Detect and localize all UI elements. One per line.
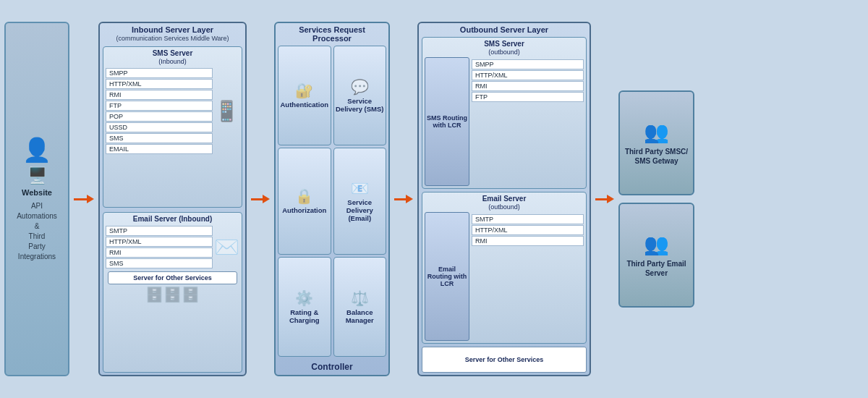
client-website-label: Website (22, 188, 52, 197)
out-httpxml2: HTTP/XML (472, 225, 584, 235)
protocol-smpp: SMPP (106, 68, 213, 78)
service-rating: ⚙️ Rating & Charging (278, 257, 331, 357)
protocol-httpxml: HTTP/XML (106, 79, 213, 89)
outbound-other-services: Server for Other Services (422, 347, 587, 373)
email-server-label: Third Party Email Server (624, 259, 689, 278)
arrow-line3 (394, 198, 406, 200)
outbound-layer: Outbound Server Layer SMS Server(outboun… (417, 22, 591, 376)
auth-icon: 🔐 (295, 82, 313, 99)
sms-routing-cell: SMS Routing with LCR (425, 57, 469, 186)
email-delivery-icon: 📧 (351, 179, 369, 197)
arrow-head4 (607, 195, 614, 203)
protocol-httpxml2: HTTP/XML (106, 237, 213, 247)
arrow-services-to-outbound (394, 195, 413, 203)
out-httpxml: HTTP/XML (472, 70, 584, 80)
sms-outbound-title: SMS Server(outbound) (425, 40, 584, 56)
rating-label: Rating & Charging (280, 308, 329, 324)
protocol-rmi2: RMI (106, 247, 213, 258)
out-rmi: RMI (472, 81, 584, 91)
client-sub-labels: APIAutomations&ThirdPartyIntegrations (17, 201, 57, 262)
email-routing-cell: Email Routing with LCR (425, 212, 469, 341)
auth2-icon: 🔒 (295, 187, 313, 205)
controller-label: Controller (276, 359, 388, 375)
services-grid: 🔐 Authentication 💬 Service Delivery (SMS… (276, 43, 388, 359)
protocol-ussd: USSD (106, 122, 213, 132)
authorization-label: Authorization (282, 206, 326, 214)
email-delivery-label: Service Delivery (Email) (336, 198, 385, 222)
service-delivery-sms: 💬 Service Delivery (SMS) (333, 46, 387, 145)
sms-protocol-list: SMPP HTTP/XML RMI FTP POP USSD SMS EMAIL (106, 68, 213, 154)
protocol-sms: SMS (106, 133, 213, 143)
services-processor-title: Services Request Processor (276, 23, 388, 43)
out-smpp: SMPP (472, 59, 584, 69)
inbound-other-services: Server for Other Services (108, 271, 237, 284)
email-server-inbound: Email Server (Inbound) SMTP HTTP/XML RMI… (103, 212, 242, 373)
third-party-email: 👥 Third Party Email Server (618, 203, 694, 308)
out-rmi2: RMI (472, 236, 584, 246)
email-outbound-content: Email Routing with LCR SMTP HTTP/XML RMI (425, 212, 584, 341)
protocol-smtp: SMTP (106, 226, 213, 236)
sms-protocols: SMPP HTTP/XML RMI FTP POP USSD SMS EMAIL (106, 67, 213, 156)
service-authorization: 🔒 Authorization (278, 148, 331, 255)
sms-server-outbound: SMS Server(outbound) SMS Routing with LC… (422, 37, 587, 189)
sms-server-inbound-title: SMS Server (Inbound) (106, 49, 239, 65)
service-balance: ⚖️ Balance Manager (333, 257, 387, 357)
client-box: 👤 🖥️ Website APIAutomations&ThirdPartyIn… (4, 22, 69, 376)
inbound-layer: Inbound Server Layer (communication Serv… (98, 22, 247, 376)
rating-icon: ⚙️ (295, 289, 313, 307)
email-server-inbound-content: SMTP HTTP/XML RMI SMS ✉️ (106, 224, 239, 270)
smsc-label: Third Party SMSC/ SMS Getway (624, 147, 689, 166)
client-icon: 👤 (22, 136, 51, 164)
email-outbound-title: Email Server(outbound) (425, 195, 584, 211)
service-delivery-email: 📧 Service Delivery (Email) (333, 148, 387, 255)
arrow-inbound-to-services (251, 195, 270, 203)
sms-outbound-inner: SMS Server(outbound) SMS Routing with LC… (425, 40, 584, 186)
protocol-rmi: RMI (106, 90, 213, 100)
email-outbound-protocol-list: SMTP HTTP/XML RMI (472, 213, 584, 247)
outbound-servers-container: SMS Server(outbound) SMS Routing with LC… (419, 35, 590, 375)
sms-delivery-icon: 💬 (351, 78, 369, 96)
sms-outbound-content: SMS Routing with LCR SMPP HTTP/XML RMI F… (425, 57, 584, 186)
out-ftp: FTP (472, 92, 584, 102)
sms-server-inbound-content: SMPP HTTP/XML RMI FTP POP USSD SMS EMAIL… (106, 67, 239, 156)
balance-icon: ⚖️ (351, 289, 369, 307)
email-server-outbound: Email Server(outbound) Email Routing wit… (422, 192, 587, 344)
smsc-person-icon: 👥 (644, 120, 669, 144)
inbound-layer-subtitle: (communication Services Middle Ware) (100, 35, 245, 44)
server-icon: 🗄️🗄️🗄️ (106, 286, 239, 303)
email-person-icon: 👥 (644, 232, 669, 256)
protocol-ftp: FTP (106, 101, 213, 111)
third-party-smsc: 👥 Third Party SMSC/ SMS Getway (618, 90, 694, 195)
email-server-inbound-title: Email Server (Inbound) (106, 215, 239, 223)
third-party-column: 👥 Third Party SMSC/ SMS Getway 👥 Third P… (618, 22, 694, 376)
email-icon-area: ✉️ (214, 224, 239, 270)
sms-server-inbound: SMS Server (Inbound) SMPP HTTP/XML RMI F… (103, 46, 242, 208)
inbound-layer-title: Inbound Server Layer (100, 23, 245, 35)
outbound-layer-title: Outbound Server Layer (419, 23, 590, 35)
protocol-sms2: SMS (106, 258, 213, 268)
arrow-line4 (595, 198, 607, 200)
arrow-head (87, 195, 94, 203)
arrow-head3 (406, 195, 413, 203)
sms-delivery-label: Service Delivery (SMS) (336, 97, 385, 113)
email-protocols: SMTP HTTP/XML RMI SMS (106, 224, 213, 270)
balance-label: Balance Manager (336, 308, 385, 324)
arrow-line (74, 198, 87, 200)
sms-icon-area: 📱 (214, 67, 239, 156)
out-smtp: SMTP (472, 214, 584, 224)
sms-outbound-protocols: SMPP HTTP/XML RMI FTP (472, 57, 584, 186)
arrow-outbound-to-third (595, 195, 614, 203)
protocol-email: EMAIL (106, 144, 213, 154)
email-outbound-inner: Email Server(outbound) Email Routing wit… (425, 195, 584, 341)
main-container: 👤 🖥️ Website APIAutomations&ThirdPartyIn… (0, 0, 868, 398)
email-protocol-list: SMTP HTTP/XML RMI SMS (106, 226, 213, 268)
computer-icon: 🖥️ (27, 166, 47, 185)
services-processor: Services Request Processor 🔐 Authenticat… (274, 22, 390, 376)
arrow-client-to-inbound (74, 195, 94, 203)
auth-label: Authentication (281, 101, 329, 109)
protocol-pop: POP (106, 111, 213, 122)
arrow-head2 (263, 195, 270, 203)
sms-outbound-protocol-list: SMPP HTTP/XML RMI FTP (472, 59, 584, 103)
arrow-line2 (251, 198, 263, 200)
service-authentication: 🔐 Authentication (278, 46, 331, 145)
